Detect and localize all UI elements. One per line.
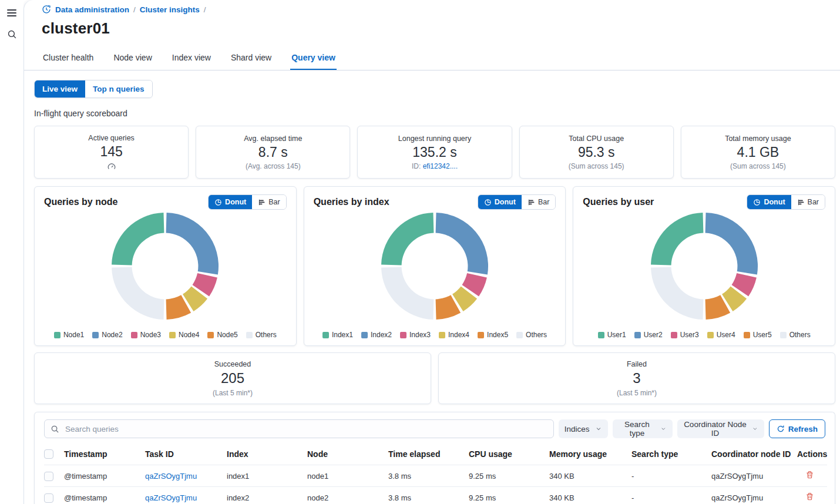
task-id-link[interactable]: qaZrSOygTjmu: [145, 493, 197, 502]
bar-toggle-label: Bar: [268, 198, 280, 206]
trash-icon: [805, 471, 814, 479]
legend-label: Node3: [140, 331, 161, 339]
bar-toggle-button[interactable]: Bar: [791, 195, 825, 209]
chart-title: Queries by user: [583, 197, 654, 207]
donut-chart-icon: [753, 199, 761, 206]
cell-search-type: -: [631, 487, 711, 504]
legend-item-user5[interactable]: User5: [744, 331, 772, 339]
breadcrumb-link-cluster-insights[interactable]: Cluster insights: [140, 5, 200, 14]
select-all-checkbox[interactable]: [44, 449, 53, 459]
tab-cluster-health[interactable]: Cluster health: [42, 46, 95, 70]
legend-item-user4[interactable]: User4: [707, 331, 735, 339]
legend-label: Node4: [179, 331, 199, 339]
legend-item-index2[interactable]: Index2: [361, 331, 392, 339]
legend-label: Node2: [102, 331, 122, 339]
status-label: Failed: [627, 360, 647, 368]
trash-icon: [805, 492, 814, 501]
legend-item-index5[interactable]: Index5: [478, 331, 508, 339]
bar-chart-icon: [797, 199, 805, 206]
stat-value: 95.3 s: [578, 145, 615, 160]
legend-item-index4[interactable]: Index4: [439, 331, 469, 339]
legend-item-index3[interactable]: Index3: [400, 331, 431, 339]
legend-item-index1[interactable]: Index1: [322, 331, 353, 339]
stat-card-active-queries: Active queries 145: [34, 126, 189, 179]
hamburger-icon: [7, 9, 16, 16]
legend-item-user2[interactable]: User2: [634, 331, 663, 339]
chevron-down-icon: [595, 425, 602, 432]
query-id-prefix: ID:: [412, 162, 423, 170]
bar-toggle-button[interactable]: Bar: [252, 195, 285, 209]
status-value: 3: [633, 370, 640, 387]
task-id-link[interactable]: qaZrSOygTjmu: [145, 472, 197, 481]
legend-item-others[interactable]: Others: [246, 331, 277, 339]
breadcrumb-link-data-administration[interactable]: Data administration: [55, 5, 129, 14]
coordinator-node-id-filter-select[interactable]: Coordinator Node ID: [677, 419, 764, 438]
legend-swatch: [92, 332, 99, 338]
legend-item-user3[interactable]: User3: [671, 331, 699, 339]
chart-type-toggle: Donut Bar: [208, 194, 287, 210]
chart-panel-queries-by-index: Queries by index Donut Bar: [304, 186, 566, 346]
column-header-time-elapsed: Time elapsed: [388, 443, 469, 465]
row-checkbox[interactable]: [44, 472, 53, 481]
legend-item-node5[interactable]: Node5: [207, 331, 237, 339]
legend-item-node2[interactable]: Node2: [92, 331, 122, 339]
status-label: Succeeded: [214, 360, 251, 368]
stat-card-avg-elapsed-time: Avg. elapsed time 8.7 s (Avg. across 145…: [196, 126, 350, 179]
top-n-queries-button[interactable]: Top n queries: [85, 80, 152, 98]
legend-item-node3[interactable]: Node3: [131, 331, 161, 339]
search-box: [44, 419, 554, 438]
legend-item-node4[interactable]: Node4: [169, 331, 199, 339]
status-subtext: (Last 5 min*): [213, 389, 253, 397]
chevron-down-icon: [660, 425, 667, 432]
search-queries-input[interactable]: [64, 424, 547, 434]
column-header-coordinator-node-id: Coordinator node ID: [711, 443, 797, 465]
donut-slice-index1: [381, 213, 434, 265]
tab-node-view[interactable]: Node view: [112, 46, 153, 70]
legend-item-node1[interactable]: Node1: [54, 331, 84, 339]
column-header-index: Index: [227, 443, 307, 465]
page-title: cluster01: [42, 19, 822, 38]
stat-card-total-memory-usage: Total memory usage 4.1 GB (Sum across 14…: [681, 126, 835, 179]
legend-swatch: [169, 332, 176, 338]
legend-label: Index3: [409, 331, 431, 339]
donut-toggle-button[interactable]: Donut: [209, 195, 252, 209]
sidebar-search-button[interactable]: [7, 29, 17, 41]
donut-chart: [107, 211, 223, 321]
search-icon: [7, 29, 17, 39]
legend-item-user1[interactable]: User1: [598, 331, 626, 339]
legend-label: User5: [753, 331, 772, 339]
menu-button[interactable]: [7, 9, 16, 16]
bar-toggle-button[interactable]: Bar: [522, 195, 555, 209]
legend-item-others[interactable]: Others: [780, 331, 811, 339]
column-header-cpu-usage: CPU usage: [469, 443, 549, 465]
legend-label: Index4: [448, 331, 469, 339]
stat-value: 135.2 s: [412, 145, 456, 160]
refresh-button[interactable]: Refresh: [769, 419, 825, 438]
bar-toggle-label: Bar: [538, 198, 549, 206]
query-id-link[interactable]: efi12342....: [423, 162, 458, 170]
donut-toggle-button[interactable]: Donut: [747, 195, 791, 209]
left-navigation-rail: [0, 0, 23, 504]
donut-chart-icon: [484, 199, 492, 206]
tab-query-view[interactable]: Query view: [290, 46, 337, 70]
indices-filter-select[interactable]: Indices: [559, 419, 608, 438]
legend-swatch: [400, 332, 406, 338]
tab-shard-view[interactable]: Shard view: [230, 46, 273, 70]
delete-query-button[interactable]: [805, 471, 814, 481]
row-checkbox[interactable]: [44, 493, 53, 503]
legend-swatch: [246, 332, 253, 338]
failed-card: Failed 3 (Last 5 min*): [438, 352, 835, 404]
search-type-filter-select[interactable]: Search type: [613, 419, 673, 438]
chart-legend: Node1Node2Node3Node4Node5Others: [44, 331, 287, 339]
chart-type-toggle: Donut Bar: [747, 194, 825, 210]
tab-index-view[interactable]: Index view: [171, 46, 212, 70]
donut-toggle-button[interactable]: Donut: [478, 195, 522, 209]
donut-chart: [377, 211, 493, 321]
chart-type-toggle: Donut Bar: [478, 194, 556, 210]
legend-item-others[interactable]: Others: [516, 331, 547, 339]
legend-swatch: [439, 332, 445, 338]
filter-label: Indices: [565, 425, 590, 434]
delete-query-button[interactable]: [805, 492, 814, 503]
live-view-button[interactable]: Live view: [35, 80, 85, 98]
gauge-icon: [107, 162, 116, 170]
